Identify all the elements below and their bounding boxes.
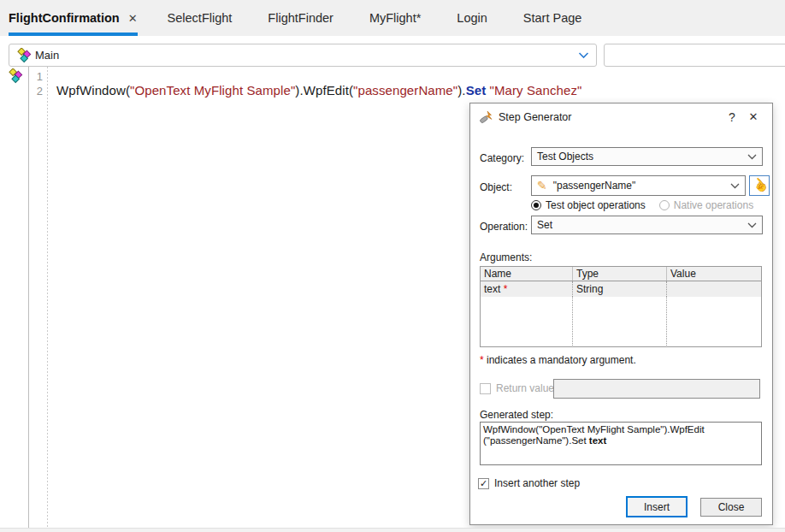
category-dropdown[interactable]: Test Objects — [531, 147, 763, 166]
category-label: Category: — [480, 152, 524, 164]
editor-toolbar: Main — [0, 36, 785, 67]
column-header-type: Type — [573, 267, 667, 281]
generated-step-label: Generated step: — [480, 409, 553, 421]
return-value-checkbox — [480, 383, 491, 394]
tab-label: Login — [457, 11, 487, 25]
operation-value: Set — [537, 219, 552, 231]
arguments-label: Arguments: — [480, 251, 532, 263]
object-dropdown[interactable]: ✎ "passengerName" — [531, 175, 746, 196]
pointing-hand-button[interactable]: ☝ — [749, 175, 770, 196]
app-window: FlightConfirmation ✕ SelectFlight Flight… — [0, 0, 785, 532]
radio-selected-dot — [534, 203, 539, 208]
tab-flightconfirmation[interactable]: FlightConfirmation ✕ — [9, 0, 138, 36]
argument-row-text[interactable]: text * String — [481, 281, 761, 297]
line-number: 2 — [31, 85, 43, 98]
tab-label: Start Page — [523, 11, 582, 25]
document-tab-bar: FlightConfirmation ✕ SelectFlight Flight… — [0, 0, 785, 36]
line-number-divider — [47, 67, 48, 528]
code-token-string: "OpenText MyFlight Sample" — [130, 83, 295, 98]
insert-another-step-row: ✓ Insert another step — [478, 477, 580, 489]
code-token-call: WpfWindow( — [56, 83, 130, 98]
edit-pencil-icon: ✎ — [537, 179, 547, 192]
action-diamonds-icon — [8, 68, 23, 87]
tab-label: MyFlight* — [369, 11, 421, 25]
tab-close-icon[interactable]: ✕ — [128, 12, 138, 25]
operation-label: Operation: — [480, 221, 528, 233]
code-token-string: "Mary Sanchez" — [490, 83, 582, 98]
generated-step-arg: text — [589, 435, 606, 446]
scope-selector-combo[interactable]: Main — [9, 44, 597, 67]
tab-myflight[interactable]: MyFlight* — [351, 0, 439, 36]
mandatory-asterisk: * — [480, 354, 484, 366]
tab-selectflight[interactable]: SelectFlight — [150, 0, 251, 36]
return-value-field — [553, 379, 760, 399]
radio-native-label: Native operations — [674, 199, 753, 211]
generated-step-box[interactable]: WpfWindow("OpenText MyFlight Sample").Wp… — [480, 422, 762, 465]
table-empty-area — [481, 297, 761, 347]
chevron-down-icon — [730, 183, 740, 189]
radio-test-object-label: Test object operations — [546, 199, 646, 211]
bottom-strip — [0, 528, 785, 532]
generated-step-line1: WpfWindow("OpenText MyFlight Sample").Wp… — [483, 424, 758, 435]
radio-test-object-operations[interactable] — [531, 200, 541, 210]
step-generator-dialog: Step Generator ? ✕ Category: Test Object… — [469, 103, 773, 525]
gutter-divider — [28, 67, 29, 528]
column-guide — [481, 297, 573, 347]
dialog-title: Step Generator — [499, 111, 571, 123]
category-value: Test Objects — [537, 151, 593, 163]
radio-native-operations — [659, 200, 670, 210]
arguments-table-header: Name Type Value — [481, 267, 761, 281]
column-header-value: Value — [667, 267, 761, 281]
argument-name-cell: text * — [481, 281, 573, 297]
insert-button[interactable]: Insert — [626, 496, 688, 517]
return-value-row: Return value — [480, 382, 554, 394]
code-line-2[interactable]: WpfWindow("OpenText MyFlight Sample").Wp… — [56, 83, 582, 98]
argument-value-cell[interactable] — [667, 281, 761, 297]
arguments-table: Name Type Value text * String — [480, 266, 762, 347]
operation-dropdown[interactable]: Set — [531, 216, 763, 234]
code-token-string: "passengerName" — [353, 83, 457, 98]
tab-login[interactable]: Login — [439, 0, 505, 36]
dialog-titlebar[interactable]: Step Generator ? ✕ — [470, 103, 772, 131]
column-guide — [573, 297, 667, 347]
tab-label: SelectFlight — [168, 11, 233, 25]
tab-flightfinder[interactable]: FlightFinder — [250, 0, 351, 36]
close-icon[interactable]: ✕ — [744, 109, 763, 126]
chevron-down-icon — [578, 52, 589, 59]
code-token-punct: ). — [457, 83, 465, 98]
object-value: "passengerName" — [553, 180, 636, 192]
chevron-down-icon — [747, 222, 757, 228]
column-header-name: Name — [481, 267, 573, 281]
action-diamonds-icon — [16, 48, 32, 63]
tab-label: FlightFinder — [268, 11, 333, 25]
pointing-hand-icon: ☝ — [748, 174, 770, 197]
secondary-selector-box[interactable] — [604, 44, 785, 67]
help-icon[interactable]: ? — [723, 109, 741, 126]
tab-label: FlightConfirmation — [9, 11, 120, 25]
generated-step-line2: ("passengerName").Set — [483, 435, 589, 446]
mandatory-asterisk: * — [504, 283, 508, 295]
code-token-keyword: Set — [466, 83, 487, 98]
operation-type-radios: Test object operations Native operations — [531, 199, 767, 211]
step-generator-icon — [479, 110, 493, 127]
tab-startpage[interactable]: Start Page — [505, 0, 600, 36]
argument-type-cell: String — [573, 281, 667, 297]
object-label: Object: — [480, 181, 512, 193]
line-number: 1 — [31, 70, 43, 83]
chevron-down-icon — [747, 154, 757, 160]
return-value-label: Return value — [496, 382, 554, 394]
insert-another-step-label: Insert another step — [494, 477, 580, 489]
scope-selector-value: Main — [35, 49, 59, 62]
code-token-call: ).WpfEdit( — [295, 83, 353, 98]
insert-another-step-checkbox[interactable]: ✓ — [478, 478, 489, 489]
close-button[interactable]: Close — [700, 498, 762, 517]
mandatory-note: * indicates a mandatory argument. — [480, 354, 636, 366]
